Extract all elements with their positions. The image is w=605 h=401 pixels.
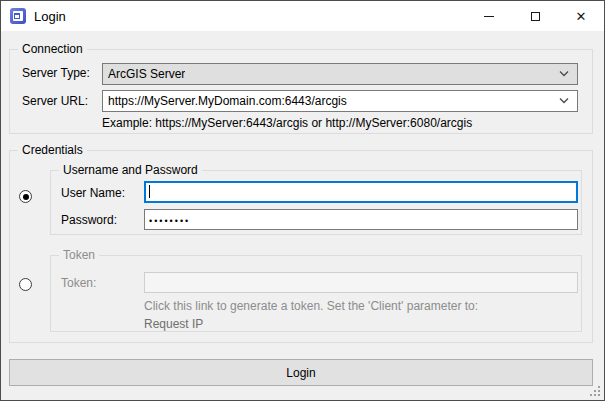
request-ip-link: Request IP: [144, 317, 203, 331]
server-type-dropdown[interactable]: ArcGIS Server: [102, 63, 578, 85]
token-input: [144, 272, 578, 293]
server-url-value: https://MyServer.MyDomain.com:6443/arcgi…: [108, 94, 347, 108]
user-name-input[interactable]: [144, 181, 578, 203]
window-title: Login: [34, 9, 66, 24]
resize-grip[interactable]: [590, 386, 600, 396]
token-help-text: Click this link to generate a token. Set…: [144, 299, 478, 313]
user-name-label: User Name:: [61, 186, 125, 200]
titlebar: Login ✕: [1, 1, 604, 31]
connection-group-label: Connection: [18, 42, 87, 56]
chevron-down-icon: [559, 98, 569, 104]
app-icon-inner: [13, 11, 23, 21]
close-button[interactable]: ✕: [558, 1, 604, 31]
password-field-wrap: [144, 209, 578, 230]
maximize-icon: [531, 12, 540, 21]
credentials-group-label: Credentials: [18, 143, 87, 157]
token-group: Token Token: Click this link to generate…: [50, 255, 582, 332]
token-field-wrap: [144, 272, 578, 293]
minimize-icon: [484, 16, 494, 17]
login-window: Login ✕ Connection Server Type: ArcGIS S…: [0, 0, 605, 401]
minimize-button[interactable]: [466, 1, 512, 31]
password-input[interactable]: [144, 209, 578, 230]
caption-buttons: ✕: [466, 1, 604, 31]
token-radio[interactable]: [19, 278, 32, 291]
close-icon: ✕: [576, 10, 587, 23]
server-type-value: ArcGIS Server: [108, 67, 185, 81]
connection-group: Connection Server Type: ArcGIS Server Se…: [9, 49, 593, 134]
server-url-label: Server URL:: [22, 94, 88, 108]
token-group-label: Token: [59, 248, 99, 262]
server-type-label: Server Type:: [22, 66, 90, 80]
chevron-down-icon: [559, 71, 569, 77]
server-url-combobox[interactable]: https://MyServer.MyDomain.com:6443/arcgi…: [102, 90, 578, 112]
username-password-group: Username and Password User Name: Passwor…: [50, 170, 582, 235]
user-name-field-wrap: [144, 181, 578, 203]
password-label: Password:: [61, 213, 117, 227]
login-button[interactable]: Login: [9, 359, 593, 386]
maximize-button[interactable]: [512, 1, 558, 31]
token-label: Token:: [61, 276, 96, 290]
text-caret: [149, 185, 150, 198]
app-icon-pane: [14, 13, 20, 19]
username-password-group-label: Username and Password: [59, 163, 202, 177]
credentials-group: Credentials Username and Password User N…: [9, 150, 593, 343]
app-icon: [10, 8, 26, 24]
username-password-radio[interactable]: [19, 190, 32, 203]
server-url-example: Example: https://MyServer:6443/arcgis or…: [102, 116, 472, 130]
